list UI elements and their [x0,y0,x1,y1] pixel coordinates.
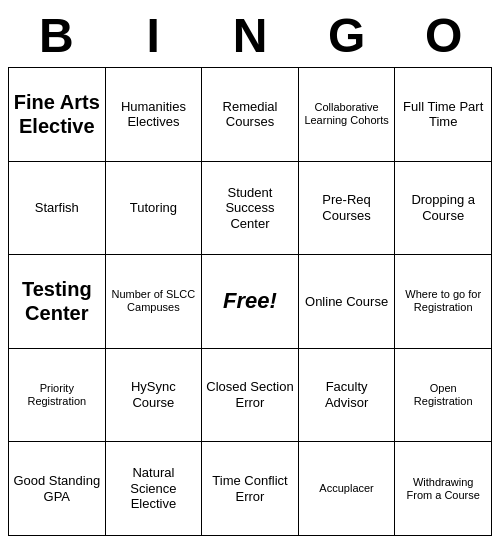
letter-n: N [202,8,299,63]
cell-r1-c3: Pre-Req Courses [298,161,395,255]
cell-r2-c1: Number of SLCC Campuses [105,255,202,349]
cell-r1-c2: Student Success Center [202,161,299,255]
cell-r2-c0: Testing Center [9,255,106,349]
cell-r4-c2: Time Conflict Error [202,442,299,536]
cell-r4-c4: Withdrawing From a Course [395,442,492,536]
cell-r0-c0: Fine Arts Elective [9,68,106,162]
cell-r3-c1: HySync Course [105,348,202,442]
cell-r0-c2: Remedial Courses [202,68,299,162]
cell-r3-c2: Closed Section Error [202,348,299,442]
cell-r0-c4: Full Time Part Time [395,68,492,162]
bingo-grid: Fine Arts ElectiveHumanities ElectivesRe… [8,67,492,536]
cell-r0-c3: Collaborative Learning Cohorts [298,68,395,162]
cell-r4-c3: Accuplacer [298,442,395,536]
letter-g: G [298,8,395,63]
cell-r1-c0: Starfish [9,161,106,255]
cell-r1-c1: Tutoring [105,161,202,255]
cell-r4-c1: Natural Science Elective [105,442,202,536]
cell-r2-c3: Online Course [298,255,395,349]
cell-r3-c4: Open Registration [395,348,492,442]
cell-r0-c1: Humanities Electives [105,68,202,162]
cell-r3-c0: Priority Registration [9,348,106,442]
cell-r1-c4: Dropping a Course [395,161,492,255]
cell-r2-c2: Free! [202,255,299,349]
cell-r3-c3: Faculty Advisor [298,348,395,442]
cell-r2-c4: Where to go for Registration [395,255,492,349]
bingo-header: B I N G O [8,8,492,63]
letter-b: B [8,8,105,63]
cell-r4-c0: Good Standing GPA [9,442,106,536]
letter-o: O [395,8,492,63]
letter-i: I [105,8,202,63]
